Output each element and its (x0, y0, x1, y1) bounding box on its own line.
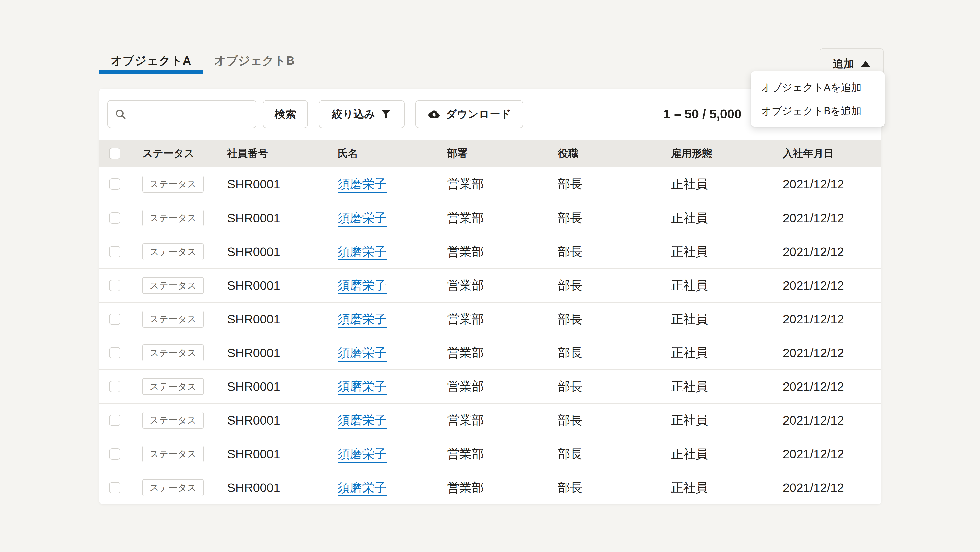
cell-position: 部長 (558, 311, 671, 327)
cell-employee_no: SHR0001 (227, 346, 338, 360)
status-badge: ステータス (142, 378, 204, 395)
search-button[interactable]: 検索 (263, 100, 308, 128)
employee-name-link[interactable]: 須磨栄子 (338, 481, 387, 496)
row-checkbox[interactable] (109, 212, 121, 224)
table-row: ステータスSHR0001須磨栄子営業部部長正社員2021/12/12 (99, 336, 881, 369)
status-badge: ステータス (142, 445, 204, 463)
filter-button-label: 絞り込み (332, 107, 375, 121)
employee-name-link[interactable]: 須磨栄子 (338, 245, 387, 260)
cell-position: 部長 (558, 345, 671, 361)
cell-hire_date: 2021/12/12 (783, 312, 881, 326)
funnel-icon (380, 108, 391, 120)
table-body: ステータスSHR0001須磨栄子営業部部長正社員2021/12/12ステータスS… (99, 167, 881, 504)
cell-employment_type: 正社員 (671, 480, 783, 496)
row-checkbox-cell (109, 415, 142, 426)
row-checkbox[interactable] (109, 280, 121, 291)
cell-department: 営業部 (447, 480, 558, 496)
cell-position: 部長 (558, 412, 671, 428)
table-row: ステータスSHR0001須磨栄子営業部部長正社員2021/12/12 (99, 369, 881, 403)
row-checkbox[interactable] (109, 448, 121, 459)
tab-object-b[interactable]: オブジェクトB (203, 51, 306, 73)
cell-hire_date: 2021/12/12 (783, 245, 881, 259)
cell-status: ステータス (142, 412, 227, 429)
status-badge: ステータス (142, 345, 204, 361)
cell-employment_type: 正社員 (671, 446, 783, 462)
cell-hire_date: 2021/12/12 (783, 279, 881, 293)
download-button[interactable]: ダウンロード (415, 100, 523, 128)
triangle-up-icon (861, 61, 870, 67)
employee-name-link[interactable]: 須磨栄子 (338, 380, 387, 395)
row-checkbox-cell (109, 482, 142, 493)
employee-name-link[interactable]: 須磨栄子 (338, 279, 387, 294)
cell-department: 営業部 (447, 244, 558, 260)
status-badge: ステータス (142, 175, 204, 193)
cell-name: 須磨栄子 (338, 244, 447, 260)
search-input[interactable] (131, 108, 249, 121)
cell-employee_no: SHR0001 (227, 380, 338, 394)
employee-name-link[interactable]: 須磨栄子 (338, 447, 387, 463)
row-checkbox[interactable] (109, 179, 121, 190)
cell-status: ステータス (142, 311, 227, 327)
header-checkbox-cell (109, 148, 142, 159)
cell-position: 部長 (558, 244, 671, 260)
menu-item-add-object-b[interactable]: オブジェクトBを追加 (751, 99, 885, 123)
row-checkbox-cell (109, 381, 142, 392)
cell-employment_type: 正社員 (671, 244, 783, 260)
cell-hire_date: 2021/12/12 (783, 177, 881, 191)
tab-object-a[interactable]: オブジェクトA (99, 51, 203, 73)
table-row: ステータスSHR0001須磨栄子営業部部長正社員2021/12/12 (99, 268, 881, 302)
filter-button[interactable]: 絞り込み (319, 100, 404, 128)
table-row: ステータスSHR0001須磨栄子営業部部長正社員2021/12/12 (99, 167, 881, 201)
data-table: ステータス社員番号氏名部署役職雇用形態入社年月日 ステータスSHR0001須磨栄… (99, 140, 881, 504)
cell-status: ステータス (142, 378, 227, 395)
magnifier-icon (115, 108, 126, 120)
column-header: 入社年月日 (783, 146, 881, 160)
cell-department: 営業部 (447, 446, 558, 462)
cell-position: 部長 (558, 277, 671, 294)
row-checkbox-cell (109, 246, 142, 257)
cell-position: 部長 (558, 446, 671, 462)
cell-employee_no: SHR0001 (227, 413, 338, 428)
status-badge: ステータス (142, 479, 204, 496)
cell-employee_no: SHR0001 (227, 245, 338, 259)
cell-employment_type: 正社員 (671, 176, 783, 192)
row-checkbox[interactable] (109, 482, 121, 493)
status-badge: ステータス (142, 210, 204, 227)
row-checkbox[interactable] (109, 347, 121, 359)
row-checkbox-cell (109, 280, 142, 291)
select-all-checkbox[interactable] (109, 148, 121, 159)
row-checkbox[interactable] (109, 415, 121, 426)
cell-employment_type: 正社員 (671, 345, 783, 361)
column-header: 役職 (558, 146, 671, 160)
employee-name-link[interactable]: 須磨栄子 (338, 211, 387, 227)
cell-name: 須磨栄子 (338, 412, 447, 428)
employee-name-link[interactable]: 須磨栄子 (338, 312, 387, 328)
cell-hire_date: 2021/12/12 (783, 413, 881, 428)
cell-status: ステータス (142, 445, 227, 463)
row-checkbox-cell (109, 179, 142, 190)
search-box (107, 100, 256, 128)
table-row: ステータスSHR0001須磨栄子営業部部長正社員2021/12/12 (99, 437, 881, 471)
download-button-label: ダウンロード (446, 107, 511, 121)
cell-hire_date: 2021/12/12 (783, 211, 881, 225)
cell-name: 須磨栄子 (338, 446, 447, 462)
table-row: ステータスSHR0001須磨栄子営業部部長正社員2021/12/12 (99, 302, 881, 336)
table-row: ステータスSHR0001須磨栄子営業部部長正社員2021/12/12 (99, 235, 881, 268)
cell-hire_date: 2021/12/12 (783, 481, 881, 495)
row-checkbox[interactable] (109, 381, 121, 392)
cell-name: 須磨栄子 (338, 378, 447, 395)
cell-employee_no: SHR0001 (227, 481, 338, 495)
row-checkbox[interactable] (109, 246, 121, 257)
cell-status: ステータス (142, 210, 227, 227)
cell-department: 営業部 (447, 345, 558, 361)
table-row: ステータスSHR0001須磨栄子営業部部長正社員2021/12/12 (99, 403, 881, 437)
add-dropdown-menu: オブジェクトAを追加 オブジェクトBを追加 (751, 72, 885, 127)
cell-employment_type: 正社員 (671, 412, 783, 428)
employee-name-link[interactable]: 須磨栄子 (338, 346, 387, 362)
employee-name-link[interactable]: 須磨栄子 (338, 413, 387, 429)
cell-position: 部長 (558, 210, 671, 226)
employee-name-link[interactable]: 須磨栄子 (338, 177, 387, 193)
menu-item-add-object-a[interactable]: オブジェクトAを追加 (751, 76, 885, 99)
row-checkbox-cell (109, 314, 142, 325)
row-checkbox[interactable] (109, 314, 121, 325)
